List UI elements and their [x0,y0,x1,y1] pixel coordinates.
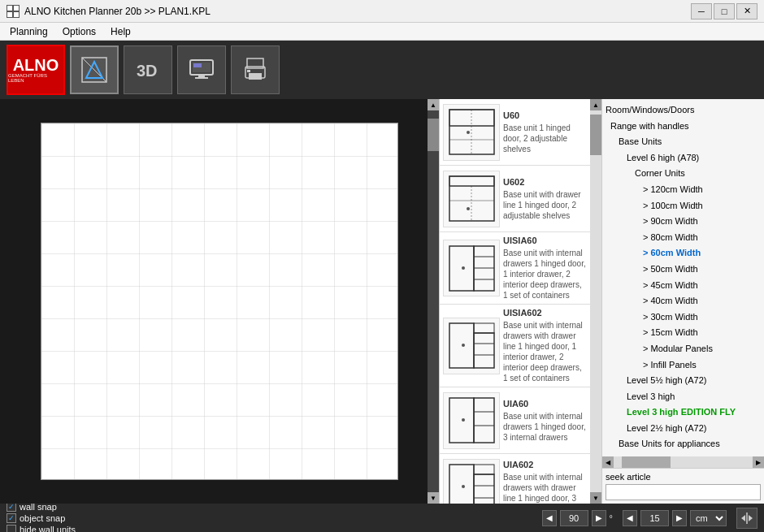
checkbox-label: hide wall units [20,525,76,533]
tree-item[interactable]: Range with handles [602,119,764,135]
seek-input[interactable] [606,484,761,500]
tree-item[interactable]: > 80cm Width [602,230,764,246]
title-bar: ALNO Kitchen Planner 20b >> PLAN1.KPL ─ … [0,0,764,23]
tree-item[interactable]: > 30cm Width [602,309,764,326]
article-thumb [443,318,500,374]
angle-prev-button[interactable]: ◀ [542,510,557,526]
article-code: UISIA602 [503,308,587,318]
article-desc: Base unit with drawer line 1 hinged door… [503,189,587,221]
tree-item[interactable]: > 50cm Width [602,262,764,278]
menu-planning[interactable]: Planning [3,24,54,39]
draw-icon [80,55,109,84]
svg-rect-48 [474,474,494,504]
tree-item[interactable]: Base Units [602,134,764,150]
svg-rect-15 [249,73,262,80]
scroll-up-arrow[interactable]: ▲ [428,99,439,110]
tree-item[interactable]: > Infill Panels [602,357,764,374]
list-scrollbar[interactable]: ▲ ▼ [590,99,601,504]
toolbar: ALNO GEMACHT FÜRS LEBEN 3D [0,41,764,99]
article-item[interactable]: UISIA602 Base unit with internal drawers… [440,305,590,387]
scroll-track[interactable] [428,110,439,492]
article-code: UIA602 [503,460,587,469]
tree-item[interactable]: Level 6 high (A78) [602,150,764,167]
canvas-scrollbar-v[interactable]: ▲ ▼ [428,99,439,504]
angle-input[interactable] [560,510,588,526]
article-item[interactable]: U602 Base unit with drawer line 1 hinged… [440,166,590,232]
article-info: UIA602 Base unit with internal drawers w… [503,460,587,504]
logo-text: ALNO [13,57,59,73]
tree-item[interactable]: > Modular Panels [602,341,764,357]
degree-symbol: ° [610,513,613,523]
scroll-down-arrow[interactable]: ▼ [428,492,439,504]
article-desc: Base unit with internal drawers 1 hinged… [503,411,587,443]
maximize-button[interactable]: □ [714,3,735,19]
tree-scroll-htrack[interactable] [614,456,753,468]
tree-item[interactable]: Room/Windows/Doors [602,102,764,119]
checkbox-hide-wall[interactable]: hide wall units [7,525,100,533]
svg-rect-42 [474,398,494,443]
svg-rect-2 [7,12,12,17]
close-button[interactable]: ✕ [736,3,757,19]
list-scroll-up[interactable]: ▲ [590,99,601,110]
flip-h-button[interactable] [736,508,757,529]
unit-select[interactable]: cm mm in [690,510,727,526]
seek-section: seek article [602,468,764,504]
monitor-icon [187,55,216,84]
tree-item[interactable]: > 40cm Width [602,293,764,309]
checkbox-object-snap[interactable]: object snap [7,513,100,523]
svg-rect-37 [474,333,494,368]
tree-item[interactable]: > 45cm Width [602,278,764,294]
tree-scroll-left[interactable]: ◀ [602,456,614,468]
article-code: U602 [503,177,587,187]
tree-item[interactable]: Corner Units [602,166,764,182]
tree-item[interactable]: > 90cm Width [602,214,764,230]
logo-button[interactable]: ALNO GEMACHT FÜRS LEBEN [7,45,65,95]
canvas-inner[interactable] [41,123,398,480]
tree-item[interactable]: > 120cm Width [602,182,764,198]
minimize-button[interactable]: ─ [691,3,712,19]
dist-next-button[interactable]: ▶ [672,510,687,526]
menu-help[interactable]: Help [104,24,137,39]
tree-scroll-right[interactable]: ▶ [753,456,764,468]
article-info: UISIA602 Base unit with internal drawers… [503,308,587,383]
monitor-tool-button[interactable] [177,45,226,94]
logo-sub: GEMACHT FÜRS LEBEN [8,73,63,83]
svg-rect-23 [449,176,494,221]
tree-item[interactable]: Level 2½ high (A72) [602,421,764,437]
tree-item[interactable]: > 60cm Width [602,245,764,262]
tree-item[interactable]: > 100cm Width [602,198,764,214]
list-scroll-track[interactable] [590,110,601,492]
svg-point-40 [462,344,465,347]
dist-prev-button[interactable]: ◀ [623,510,637,526]
tree-scroll-hthumb [622,456,671,468]
menu-options[interactable]: Options [56,24,102,39]
tree-item[interactable]: Level 5½ high (A72) [602,373,764,389]
tree-item[interactable]: > 15cm Width [602,325,764,341]
svg-rect-3 [14,12,19,17]
tree-item[interactable]: Level 3 high EDITION FLY [602,404,764,421]
svg-rect-1 [14,6,19,11]
3d-tool-button[interactable]: 3D [124,45,172,94]
article-thumb [443,171,500,227]
tree-h-scrollbar[interactable]: ◀ ▶ [602,456,764,468]
angle-next-button[interactable]: ▶ [592,510,606,526]
article-info: U60 Base unit 1 hinged door, 2 adjustabl… [503,110,587,154]
checkbox-indicator [7,513,16,523]
draw-tool-button[interactable] [70,45,119,94]
dist-input[interactable] [640,510,669,526]
svg-rect-17 [449,110,494,154]
article-item[interactable]: UISIA60 Base unit with internal drawers … [440,232,590,305]
article-item[interactable]: U60 Base unit 1 hinged door, 2 adjustabl… [440,99,590,166]
tree-item[interactable]: Base Units for appliances [602,436,764,452]
article-thumb [443,459,500,504]
list-scroll-down[interactable]: ▼ [590,492,601,504]
svg-rect-47 [474,465,494,474]
canvas-area[interactable]: ▲ ▼ [0,99,439,504]
article-items: U60 Base unit 1 hinged door, 2 adjustabl… [440,99,590,504]
tree-item[interactable]: Level 3 high [602,389,764,405]
article-list: U60 Base unit 1 hinged door, 2 adjustabl… [439,99,590,504]
article-item[interactable]: UIA602 Base unit with internal drawers w… [440,454,590,504]
print-tool-button[interactable] [231,45,280,94]
svg-rect-12 [193,63,202,67]
article-item[interactable]: UIA60 Base unit with internal drawers 1 … [440,387,590,454]
